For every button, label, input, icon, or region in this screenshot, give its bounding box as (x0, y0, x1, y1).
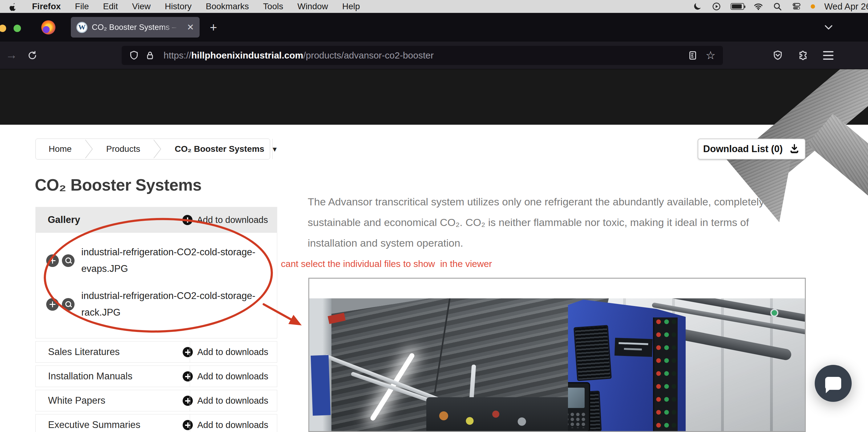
section-white-papers[interactable]: White Papers Add to downloads (35, 390, 277, 411)
menu-window[interactable]: Window (297, 2, 328, 11)
chat-widget-button[interactable] (815, 365, 852, 402)
urlbar-actions: ☆ (688, 50, 716, 61)
section-installation-manuals[interactable]: Installation Manuals Add to downloads (35, 365, 277, 387)
menu-view[interactable]: View (132, 2, 151, 11)
breadcrumb-separator-icon (153, 139, 162, 159)
screen-mirroring-icon[interactable] (712, 2, 721, 11)
pocket-icon[interactable] (773, 50, 783, 61)
gallery-title: Gallery (48, 214, 80, 225)
menu-file[interactable]: File (75, 2, 89, 11)
url-domain: hillphoenixindustrial.com (191, 50, 303, 60)
firefox-logo-icon (41, 20, 56, 34)
breadcrumb-separator-icon (85, 139, 93, 159)
menu-help[interactable]: Help (342, 2, 360, 11)
download-list-button[interactable]: Download List (0) (698, 139, 805, 160)
lock-icon[interactable] (145, 51, 155, 60)
window-zoom-button[interactable] (13, 25, 21, 32)
menu-bookmarks[interactable]: Bookmarks (206, 2, 249, 11)
reload-button[interactable] (27, 50, 38, 63)
control-center-icon[interactable] (792, 2, 802, 11)
plant-room-photo (309, 298, 805, 431)
breadcrumb-home[interactable]: Home (36, 144, 85, 154)
breadcrumb-current: CO₂ Booster Systems (162, 144, 272, 154)
tracking-shield-icon[interactable] (129, 51, 139, 60)
url-protocol: https:// (163, 50, 191, 60)
do-not-disturb-icon[interactable] (692, 2, 702, 11)
breadcrumb: Home Products CO₂ Booster Systems ▾ (35, 139, 270, 160)
image-viewer (308, 278, 806, 432)
toolbar-right-icons (773, 46, 834, 65)
menu-firefox[interactable]: Firefox (32, 2, 61, 11)
menu-edit[interactable]: Edit (103, 2, 118, 11)
menu-tools[interactable]: Tools (263, 2, 283, 11)
firefox-toolbar: → https://hillphoenixindustrial.com/prod… (0, 41, 868, 69)
menu-history[interactable]: History (165, 2, 192, 11)
section-add-to-downloads[interactable]: Add to downloads (183, 420, 268, 430)
url-path: /products/advansor-co2-booster (303, 50, 434, 60)
breadcrumb-products[interactable]: Products (93, 144, 153, 154)
reader-view-icon[interactable] (688, 51, 698, 60)
plus-circle-icon (183, 371, 193, 381)
site-header (0, 69, 868, 125)
tab-close-icon[interactable]: ✕ (187, 23, 194, 32)
breadcrumb-dropdown-button[interactable]: ▾ (272, 139, 277, 159)
menubar-status: Wed Apr 26 (692, 0, 868, 13)
plus-circle-icon (183, 347, 193, 357)
download-list-label: Download List (0) (703, 143, 783, 155)
list-all-tabs-icon[interactable] (823, 22, 834, 34)
browser-tab[interactable]: W CO₂ Booster Systems – Hillphoe ✕ (71, 17, 199, 38)
wordpress-favicon: W (76, 22, 88, 33)
app-menu-icon[interactable] (823, 51, 834, 60)
plus-circle-icon (183, 396, 193, 406)
blue-refrigeration-rack (568, 300, 686, 431)
intro-paragraph: The Advansor transcritical system utiliz… (308, 192, 801, 254)
chat-bubble-icon (825, 377, 841, 390)
plus-circle-icon (183, 420, 193, 430)
firefox-tabstrip: W CO₂ Booster Systems – Hillphoe ✕ + (0, 13, 868, 41)
section-add-to-downloads[interactable]: Add to downloads (183, 371, 268, 381)
page-title: CO₂ Booster Systems (35, 175, 202, 194)
apple-icon[interactable] (8, 2, 18, 11)
mic-in-use-indicator (811, 4, 815, 9)
wifi-icon[interactable] (753, 2, 763, 11)
section-executive-summaries[interactable]: Executive Summaries Add to downloads (35, 414, 277, 432)
menubar-menus: Firefox File Edit View History Bookmarks… (8, 0, 360, 13)
extensions-puzzle-icon[interactable] (798, 50, 808, 61)
spotlight-icon[interactable] (773, 2, 782, 11)
section-add-to-downloads[interactable]: Add to downloads (183, 347, 268, 357)
annotation-text: cant select the individual files to show… (281, 259, 492, 269)
tab-title: CO₂ Booster Systems – Hillphoe (92, 23, 181, 32)
url-bar[interactable]: https://hillphoenixindustrial.com/produc… (122, 46, 723, 65)
forward-button[interactable]: → (5, 49, 17, 61)
new-tab-button[interactable]: + (206, 20, 221, 35)
macos-menubar: Firefox File Edit View History Bookmarks… (0, 0, 868, 13)
annotation-arrow-head (288, 315, 304, 330)
section-sales-literatures[interactable]: Sales Literatures Add to downloads (35, 341, 277, 363)
battery-icon[interactable] (731, 3, 744, 10)
download-icon (789, 143, 800, 155)
menubar-clock[interactable]: Wed Apr 26 (824, 2, 868, 12)
window-minimize-button[interactable] (0, 25, 6, 32)
url-text: https://hillphoenixindustrial.com/produc… (163, 50, 434, 61)
section-add-to-downloads[interactable]: Add to downloads (183, 396, 268, 406)
bookmark-star-icon[interactable]: ☆ (706, 50, 716, 61)
